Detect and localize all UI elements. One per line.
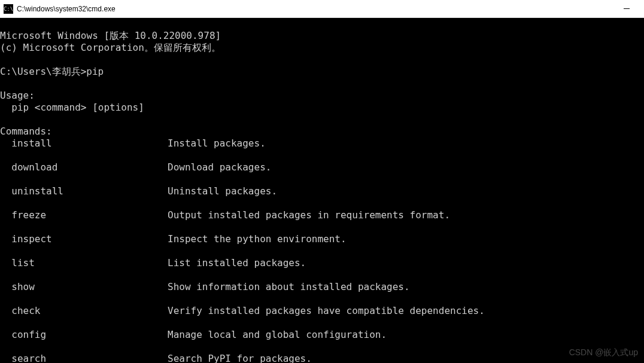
command-row: downloadDownload packages. bbox=[0, 161, 644, 173]
command-name: show bbox=[0, 281, 168, 293]
command-name: freeze bbox=[0, 209, 168, 221]
blank-line bbox=[0, 54, 6, 65]
usage-syntax: pip <command> [options] bbox=[0, 102, 144, 113]
copyright-line: (c) Microsoft Corporation。保留所有权利。 bbox=[0, 42, 221, 53]
command-name: uninstall bbox=[0, 185, 168, 197]
command-row: checkVerify installed packages have comp… bbox=[0, 305, 644, 317]
watermark-text: CSDN @嵌入式up bbox=[569, 347, 638, 358]
command-name: list bbox=[0, 257, 168, 269]
blank-line bbox=[0, 114, 6, 125]
command-row: listList installed packages. bbox=[0, 257, 644, 269]
commands-header: Commands: bbox=[0, 126, 52, 137]
command-desc: Show information about installed package… bbox=[168, 281, 410, 293]
command-row: showShow information about installed pac… bbox=[0, 281, 644, 293]
command-desc: Output installed packages in requirement… bbox=[168, 209, 450, 221]
command-desc: Download packages. bbox=[168, 161, 271, 173]
command-name: inspect bbox=[0, 233, 168, 245]
window-controls bbox=[613, 1, 640, 17]
command-name: check bbox=[0, 305, 168, 317]
blank-line bbox=[0, 78, 6, 89]
window-title: C:\windows\system32\cmd.exe bbox=[17, 5, 116, 13]
command-desc: Manage local and global configuration. bbox=[168, 329, 387, 341]
command-desc: Uninstall packages. bbox=[168, 185, 277, 197]
command-name: download bbox=[0, 161, 168, 173]
command-name: install bbox=[0, 138, 168, 150]
command-desc: Install packages. bbox=[168, 138, 266, 150]
prompt-line: C:\Users\李胡兵>pip bbox=[0, 66, 104, 77]
window-title-bar[interactable]: C:\ C:\windows\system32\cmd.exe bbox=[0, 0, 644, 18]
os-version-line: Microsoft Windows [版本 10.0.22000.978] bbox=[0, 30, 221, 41]
command-row: uninstallUninstall packages. bbox=[0, 185, 644, 197]
command-desc: Search PyPI for packages. bbox=[168, 353, 312, 363]
minimize-button[interactable] bbox=[613, 1, 640, 17]
command-row: installInstall packages. bbox=[0, 138, 644, 150]
command-name: search bbox=[0, 353, 168, 363]
usage-header: Usage: bbox=[0, 90, 35, 101]
command-desc: Verify installed packages have compatibl… bbox=[168, 305, 485, 317]
cmd-icon: C:\ bbox=[4, 4, 13, 14]
command-desc: Inspect the python environment. bbox=[168, 233, 347, 245]
command-row: inspectInspect the python environment. bbox=[0, 233, 644, 245]
command-row: freezeOutput installed packages in requi… bbox=[0, 209, 644, 221]
command-name: config bbox=[0, 329, 168, 341]
command-row: searchSearch PyPI for packages. bbox=[0, 353, 644, 363]
command-row: configManage local and global configurat… bbox=[0, 329, 644, 341]
minimize-icon bbox=[624, 8, 630, 9]
terminal-output[interactable]: Microsoft Windows [版本 10.0.22000.978] (c… bbox=[0, 18, 644, 363]
svg-rect-0 bbox=[624, 8, 630, 9]
command-desc: List installed packages. bbox=[168, 257, 306, 269]
